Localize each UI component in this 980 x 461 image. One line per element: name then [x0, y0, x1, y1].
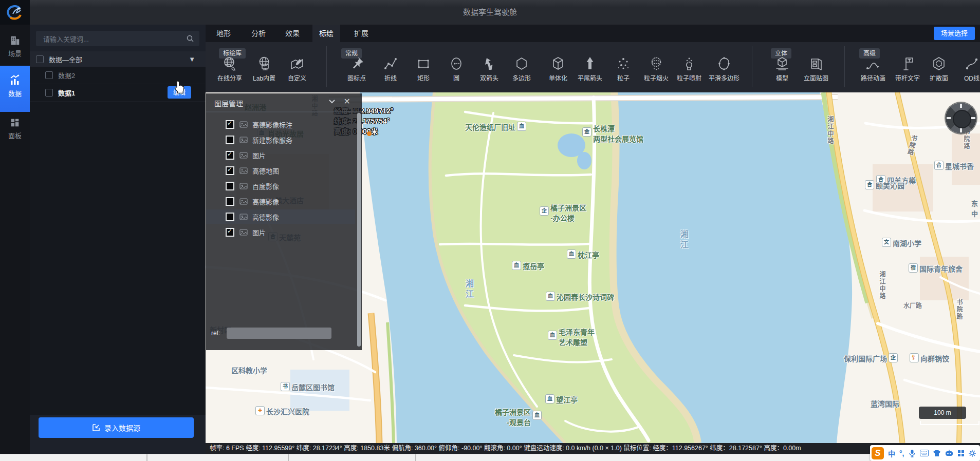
tool-pole-text[interactable]: 带杆文字 — [891, 55, 924, 82]
status-bar: 帧率: 6 FPS 经度: 112.95599° 纬度: 28.17234° 高… — [206, 443, 980, 454]
tab-extension[interactable]: 扩展 — [347, 25, 375, 42]
os-taskbar[interactable] — [0, 454, 980, 461]
list-item-data1[interactable]: 数据1 编辑 — [30, 84, 206, 102]
globe-share-icon — [221, 55, 238, 72]
keyboard-icon[interactable] — [920, 450, 929, 456]
tab-plotting[interactable]: 标绘 — [312, 25, 340, 42]
search-icon[interactable] — [186, 34, 194, 43]
layer-checkbox[interactable] — [226, 228, 234, 237]
layer-row[interactable]: 百度影像 — [206, 179, 355, 193]
mall-icon: 企 — [889, 353, 898, 362]
double-arrow-icon — [481, 55, 497, 72]
map-label: 金长株潭两型社会展览馆 — [582, 123, 643, 144]
layer-checkbox[interactable] — [226, 213, 234, 221]
ime-toolbar[interactable]: S 中 °, — [870, 445, 980, 461]
tab-effects[interactable]: 效果 — [279, 25, 306, 42]
layer-checkbox[interactable] — [226, 197, 234, 206]
rail-item-panel[interactable]: 面板 — [0, 113, 30, 146]
statue-icon: 血 — [548, 331, 557, 340]
chevron-down-icon[interactable]: ▼ — [189, 55, 195, 63]
ref-input[interactable] — [227, 328, 331, 339]
checkbox[interactable] — [36, 55, 44, 63]
map-canvas[interactable]: 赵洲港 血肖劲光故居 麓大酒店 合天麓苑 新村区 湘中路 经度: 112.949… — [206, 92, 980, 443]
tool-double-arrow[interactable]: 双箭头 — [473, 55, 506, 82]
tool-lab-builtin[interactable]: Lab内置 — [248, 55, 281, 82]
tree-root-label: 数据—全部 — [49, 54, 82, 64]
checkbox[interactable] — [45, 89, 53, 97]
page-title: 数据孪生驾驶舱 — [463, 0, 517, 25]
scene-select-button[interactable]: 场景选择 — [934, 27, 975, 40]
tool-rectangle[interactable]: 矩形 — [407, 55, 440, 82]
road-label: 湘江中路 — [878, 271, 886, 300]
image-layer-icon — [239, 121, 248, 128]
checkbox[interactable] — [45, 71, 53, 79]
search-input[interactable] — [42, 31, 183, 47]
layer-row[interactable]: 高德地图 — [206, 163, 355, 178]
tool-path-animation[interactable]: 路径动画 — [857, 55, 890, 82]
rail-item-data[interactable]: 数据 — [0, 66, 30, 112]
app-window: 数据孪生驾驶舱 场景 数据 面板 — [0, 0, 980, 461]
sogou-logo-icon[interactable]: S — [872, 447, 884, 459]
ime-chinese-mode-button[interactable]: 中 — [888, 448, 895, 458]
compass-control[interactable] — [946, 103, 976, 133]
layer-checkbox[interactable] — [226, 120, 234, 129]
tool-polygon[interactable]: 多边形 — [505, 55, 538, 82]
tab-terrain[interactable]: 地形 — [210, 25, 237, 42]
layer-row[interactable]: 高德影像 — [206, 194, 355, 208]
layer-checkbox[interactable] — [226, 182, 234, 190]
tool-circle[interactable]: 圆 — [440, 55, 473, 82]
import-datasource-button[interactable]: 录入数据源 — [39, 417, 194, 438]
tool-flat-arrow[interactable]: 平尾箭头 — [574, 55, 606, 82]
map-label: 血枕江亭 — [567, 249, 599, 260]
toolbar-divider — [844, 46, 845, 87]
layer-row[interactable]: 图片 — [206, 148, 355, 162]
home-icon: 合 — [865, 180, 874, 189]
collapse-chevron-icon[interactable] — [328, 98, 336, 106]
settings-gear-icon[interactable] — [969, 450, 976, 457]
map-label: 企橘子洲景区-办公楼 — [540, 202, 586, 223]
image-layer-icon — [239, 198, 248, 205]
tool-custom[interactable]: 自定义 — [281, 55, 313, 82]
ime-punctuation-button[interactable]: °, — [899, 449, 904, 457]
tool-polyline[interactable]: 折线 — [374, 55, 407, 82]
layer-checkbox[interactable] — [226, 151, 234, 160]
tool-monomer[interactable]: 单体化 — [542, 55, 575, 82]
tree-root-row[interactable]: 数据—全部 ▼ — [30, 51, 206, 67]
tool-particle-jet[interactable]: 粒子喷射 — [673, 55, 706, 82]
tool-facade-texture[interactable]: 立面贴图 — [800, 55, 833, 82]
tool-icon-point[interactable]: 图标点 — [340, 55, 373, 82]
microphone-icon[interactable] — [909, 449, 916, 457]
tool-smooth-polygon[interactable]: 平滑多边形 — [708, 55, 741, 82]
tool-online-share[interactable]: 在线分享 — [213, 55, 246, 82]
tool-particle-fireworks[interactable]: 粒子烟火 — [640, 55, 673, 82]
layer-checkbox[interactable] — [226, 166, 234, 175]
river-label: 湘江 — [463, 279, 475, 300]
tab-analysis[interactable]: 分析 — [245, 25, 272, 42]
tool-particle[interactable]: 粒子 — [607, 55, 640, 82]
tool-od-line[interactable]: OD线 — [955, 55, 980, 82]
edge-label: 东 — [971, 198, 978, 208]
close-icon[interactable]: ✕ — [344, 97, 350, 106]
facade-icon — [808, 55, 824, 72]
cube-icon — [550, 55, 566, 72]
tree-list: 数据2 数据1 编辑 — [30, 67, 206, 415]
skin-shirt-icon[interactable] — [933, 450, 941, 457]
rail-item-scene[interactable]: 场景 — [0, 32, 30, 61]
toolbox-grid-icon[interactable] — [957, 450, 965, 457]
pavilion-icon: 血 — [567, 249, 576, 259]
layer-row[interactable]: 高德影像 — [206, 209, 355, 224]
ref-label: ref: — [211, 330, 220, 337]
layer-row[interactable]: 高德影像标注 — [206, 117, 355, 131]
tool-model[interactable]: 模型 — [766, 55, 799, 82]
diffuse-surface-icon — [931, 55, 947, 72]
tool-diffuse-surface[interactable]: 扩散面 — [922, 55, 955, 82]
map-label: 保利国际广场企 — [844, 353, 898, 363]
layer-checkbox[interactable] — [226, 136, 234, 144]
layer-row[interactable]: 新建影像服务 — [206, 132, 355, 147]
layer-row[interactable]: 图片 — [206, 225, 355, 239]
image-layer-icon — [239, 152, 248, 159]
ai-assistant-icon[interactable] — [945, 450, 953, 457]
compass-knob[interactable] — [953, 110, 971, 128]
map-label: 橘子洲景区-观景台血 — [495, 407, 542, 427]
panel-scrollbar[interactable] — [357, 113, 361, 347]
